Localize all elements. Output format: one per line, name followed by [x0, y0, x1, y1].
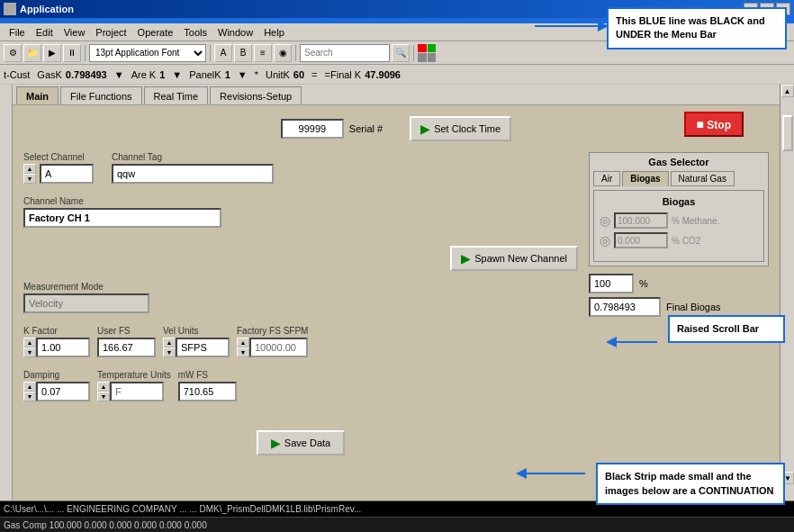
channel-tag-input[interactable] — [112, 164, 274, 184]
channel-spin-down[interactable]: ▼ — [23, 174, 36, 184]
set-clock-button[interactable]: ▶ Set Clock Time — [410, 116, 511, 141]
spawn-button[interactable]: ▶ Spawn New Channel — [450, 246, 578, 271]
grid-cell-green — [428, 44, 437, 53]
search-icon[interactable]: 🔍 — [392, 44, 410, 62]
menu-file[interactable]: File — [4, 25, 31, 40]
save-button[interactable]: ▶ Save Data — [257, 430, 345, 455]
unitk-item: UnitK 60 — [266, 69, 304, 80]
tab-real-time[interactable]: Real Time — [144, 86, 209, 104]
methane-row: ◎ % Methane. — [600, 212, 758, 229]
finalk-value: 47.9096 — [365, 69, 401, 80]
k-factor-input[interactable] — [36, 338, 90, 357]
save-label: Save Data — [284, 437, 330, 448]
factfs-spin-down[interactable]: ▼ — [237, 347, 249, 357]
vel-spin-up[interactable]: ▲ — [163, 338, 176, 347]
factfs-spin-up[interactable]: ▲ — [237, 338, 249, 347]
toolbar-sep-2 — [210, 45, 211, 61]
gask-value: 0.798493 — [66, 69, 107, 80]
toolbar-icon-5[interactable]: ≡ — [254, 44, 272, 62]
methane-label: % Methane. — [672, 216, 719, 226]
two-col-layout: Select Channel ▲ ▼ Channel Tag — [23, 152, 769, 455]
co2-icon: ◎ — [600, 233, 610, 248]
channel-name-group: Channel Name — [23, 196, 578, 228]
factory-fs-label: Factory FS SFPM — [237, 326, 308, 336]
channel-row: Select Channel ▲ ▼ Channel Tag — [23, 152, 578, 191]
user-fs-group: User FS — [97, 326, 156, 357]
gas-tabs: Air Biogas Natural Gas — [593, 171, 764, 186]
pct-input[interactable] — [589, 274, 634, 293]
channel-name-input[interactable] — [23, 208, 221, 228]
toolbar-icon-run[interactable]: ▶ — [43, 44, 61, 62]
temp-units-group: Temperature Units ▲ ▼ — [97, 370, 171, 401]
damping-spinner: ▲ ▼ — [23, 382, 90, 401]
panelk-item: PanelK 1 — [189, 69, 230, 80]
menu-operate[interactable]: Operate — [132, 25, 179, 40]
spawn-icon: ▶ — [461, 251, 471, 266]
menu-view[interactable]: View — [59, 25, 91, 40]
menu-help[interactable]: Help — [258, 25, 290, 40]
factory-fs-input[interactable] — [249, 338, 308, 357]
toolbar-icon-3[interactable]: A — [214, 44, 232, 62]
tab-file-functions[interactable]: File Functions — [60, 86, 141, 104]
info-bar: t-Cust GasK 0.798493 ▼ Are K 1 ▼ PanelK … — [0, 65, 794, 85]
tabs-bar: Main File Functions Real Time Revisions-… — [13, 85, 780, 105]
kfactor-spin-down[interactable]: ▼ — [23, 347, 36, 357]
unitk-value: 60 — [293, 69, 304, 80]
vel-spin-down[interactable]: ▼ — [163, 347, 176, 357]
k-factor-group: K Factor ▲ ▼ — [23, 326, 90, 357]
select-channel-row: ▲ ▼ — [23, 164, 94, 184]
kfactor-spin-up[interactable]: ▲ — [23, 338, 36, 347]
scroll-thumb[interactable] — [782, 115, 793, 151]
co2-input[interactable] — [614, 232, 668, 248]
app-icon — [4, 3, 16, 15]
channel-spin-up[interactable]: ▲ — [23, 164, 36, 174]
methane-input[interactable] — [614, 212, 668, 229]
gas-selector-title: Gas Selector — [593, 157, 764, 167]
panelk-label: PanelK — [189, 69, 221, 80]
user-fs-input[interactable] — [97, 338, 156, 357]
tab-revisions-setup[interactable]: Revisions-Setup — [210, 86, 302, 104]
sep4: = — [311, 69, 317, 80]
select-channel-group: Select Channel ▲ ▼ — [23, 152, 94, 184]
measurement-mode-group: Measurement Mode — [23, 282, 578, 313]
toolbar-icon-4[interactable]: B — [234, 44, 252, 62]
grid-cell-red — [418, 44, 427, 53]
channel-input[interactable] — [40, 164, 94, 184]
callout-blue-line-text: This BLUE line was BLACK and UNDER the M… — [616, 15, 765, 40]
k-factor-spinner: ▲ ▼ — [23, 338, 90, 357]
set-clock-label: Set Clock Time — [434, 123, 501, 134]
final-biogas-input[interactable] — [589, 297, 661, 317]
serial-group: Serial # — [281, 119, 383, 139]
toolbar-icon-1[interactable]: ⚙ — [4, 44, 22, 62]
toolbar-icon-pause[interactable]: ⏸ — [63, 44, 81, 62]
serial-input[interactable] — [281, 119, 344, 139]
scroll-up-button[interactable]: ▲ — [781, 85, 794, 97]
font-select[interactable]: 13pt Application Font — [89, 44, 206, 62]
final-biogas-row: Final Biogas — [589, 297, 769, 317]
menu-tools[interactable]: Tools — [178, 25, 212, 40]
temp-units-input[interactable] — [110, 382, 164, 401]
tab-main[interactable]: Main — [16, 86, 59, 104]
mw-fs-group: mW FS — [178, 370, 237, 401]
measurement-mode-input[interactable] — [23, 293, 149, 313]
search-input[interactable] — [300, 44, 390, 62]
gas-tab-air[interactable]: Air — [593, 171, 620, 186]
vel-units-label: Vel Units — [163, 326, 230, 336]
damping-spin-up[interactable]: ▲ — [23, 382, 36, 392]
toolbar-icon-6[interactable]: ◉ — [274, 44, 292, 62]
callout-black-strip: Black Strip made small and the images be… — [596, 463, 785, 505]
gas-selector: Gas Selector Air Biogas Natural Gas Biog… — [589, 152, 769, 266]
menu-project[interactable]: Project — [90, 25, 131, 40]
temp-spin-down[interactable]: ▼ — [97, 392, 110, 401]
toolbar-icon-2[interactable]: 📁 — [23, 44, 41, 62]
gas-tab-natural-gas[interactable]: Natural Gas — [671, 171, 735, 186]
damping-spin-down[interactable]: ▼ — [23, 392, 36, 401]
temp-spin-up[interactable]: ▲ — [97, 382, 110, 392]
menu-edit[interactable]: Edit — [31, 25, 59, 40]
gas-tab-biogas[interactable]: Biogas — [622, 171, 668, 186]
mw-fs-input[interactable] — [178, 382, 237, 401]
vel-units-input[interactable] — [176, 338, 230, 357]
damping-input[interactable] — [36, 382, 90, 401]
menu-window[interactable]: Window — [212, 25, 258, 40]
right-scrollbar[interactable]: ▲ ▼ — [780, 85, 794, 500]
